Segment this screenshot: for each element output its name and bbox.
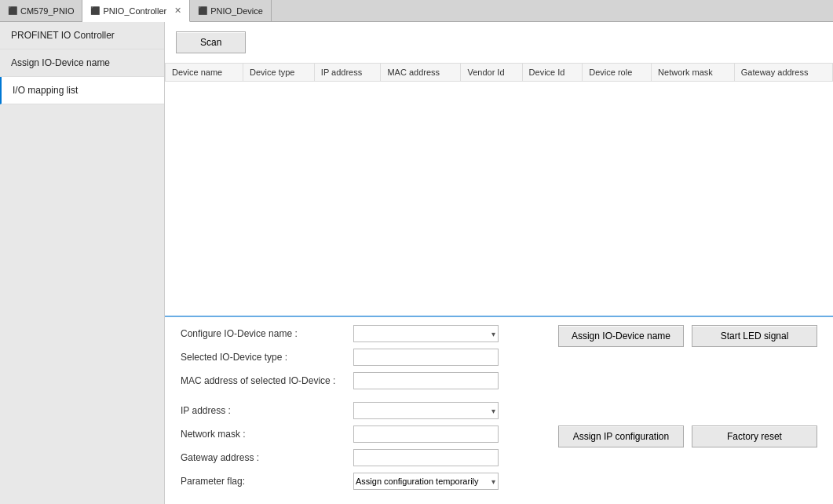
tab-label-pnio-controller: PNIO_Controller — [103, 6, 166, 16]
selected-type-label: Selected IO-Device type : — [181, 352, 353, 363]
tab-icon-pnio-controller: ⬛ — [90, 6, 100, 15]
factory-reset-button[interactable]: Factory reset — [692, 425, 817, 447]
scan-button[interactable]: Scan — [176, 31, 246, 53]
mac-input[interactable] — [353, 372, 499, 389]
device-table: Device name Device type IP address MAC a… — [165, 64, 833, 82]
tab-close-pnio-controller[interactable]: ✕ — [174, 5, 181, 16]
network-mask-input[interactable] — [353, 425, 499, 443]
parameter-flag-select[interactable]: Assign configuration temporarily — [353, 473, 499, 490]
configure-select-wrapper — [353, 325, 499, 342]
col-ip-address: IP address — [314, 64, 381, 82]
content-area: Scan Device name Device type IP address … — [165, 22, 833, 504]
parameter-flag-wrapper: Assign configuration temporarily — [353, 473, 499, 490]
config-layout: Configure IO-Device name : Selected IO-D… — [181, 325, 817, 496]
assign-ip-button[interactable]: Assign IP configuration — [558, 425, 684, 447]
tab-icon-cm579: ⬛ — [8, 6, 17, 15]
tab-icon-pnio-device: ⬛ — [198, 6, 207, 15]
mac-label: MAC address of selected IO-Device : — [181, 375, 353, 386]
button-spacer — [558, 355, 817, 418]
tab-cm579[interactable]: ⬛ CM579_PNIO — [0, 0, 82, 21]
col-gateway-address: Gateway address — [734, 64, 832, 82]
col-device-type: Device type — [243, 64, 315, 82]
ip-select-wrapper — [353, 402, 499, 419]
col-network-mask: Network mask — [652, 64, 735, 82]
top-action-buttons: Assign IO-Device name Start LED signal — [558, 325, 817, 347]
ip-row: IP address : — [181, 402, 519, 419]
configure-select[interactable] — [353, 325, 499, 342]
mac-row: MAC address of selected IO-Device : — [181, 372, 519, 389]
parameter-flag-label: Parameter flag: — [181, 476, 353, 487]
form-fields: Configure IO-Device name : Selected IO-D… — [181, 325, 519, 496]
tab-label-pnio-device: PNIO_Device — [210, 6, 263, 16]
configure-row: Configure IO-Device name : — [181, 325, 519, 342]
col-vendor-id: Vendor Id — [461, 64, 522, 82]
config-section: Configure IO-Device name : Selected IO-D… — [165, 317, 833, 504]
assign-io-device-button[interactable]: Assign IO-Device name — [558, 325, 684, 347]
ip-select[interactable] — [353, 402, 499, 419]
configure-label: Configure IO-Device name : — [181, 328, 353, 339]
device-table-section: Device name Device type IP address MAC a… — [165, 64, 833, 317]
col-device-name: Device name — [166, 64, 243, 82]
ip-label: IP address : — [181, 405, 353, 416]
action-buttons: Assign IO-Device name Start LED signal A… — [558, 325, 817, 496]
selected-type-input[interactable] — [353, 349, 499, 366]
col-device-role: Device role — [583, 64, 652, 82]
main-layout: PROFINET IO Controller Assign IO-Device … — [0, 22, 833, 504]
gateway-row: Gateway address : — [181, 449, 519, 466]
parameter-flag-row: Parameter flag: Assign configuration tem… — [181, 473, 519, 490]
tab-pnio-device[interactable]: ⬛ PNIO_Device — [190, 0, 272, 21]
col-device-id: Device Id — [522, 64, 583, 82]
sidebar-item-assign[interactable]: Assign IO-Device name — [0, 49, 164, 77]
gateway-input[interactable] — [353, 449, 499, 466]
tab-bar: ⬛ CM579_PNIO ⬛ PNIO_Controller ✕ ⬛ PNIO_… — [0, 0, 833, 22]
sidebar-item-profinet[interactable]: PROFINET IO Controller — [0, 22, 164, 49]
top-section: Scan — [165, 22, 833, 64]
tab-pnio-controller[interactable]: ⬛ PNIO_Controller ✕ — [82, 0, 190, 22]
start-led-button[interactable]: Start LED signal — [692, 325, 817, 347]
selected-type-row: Selected IO-Device type : — [181, 349, 519, 366]
network-mask-label: Network mask : — [181, 429, 353, 440]
gateway-label: Gateway address : — [181, 452, 353, 463]
col-mac-address: MAC address — [381, 64, 461, 82]
sidebar: PROFINET IO Controller Assign IO-Device … — [0, 22, 165, 504]
sidebar-item-io-mapping[interactable]: I/O mapping list — [0, 77, 164, 104]
bottom-action-buttons: Assign IP configuration Factory reset — [558, 425, 817, 447]
network-mask-row: Network mask : — [181, 425, 519, 443]
tab-label-cm579: CM579_PNIO — [20, 6, 74, 16]
